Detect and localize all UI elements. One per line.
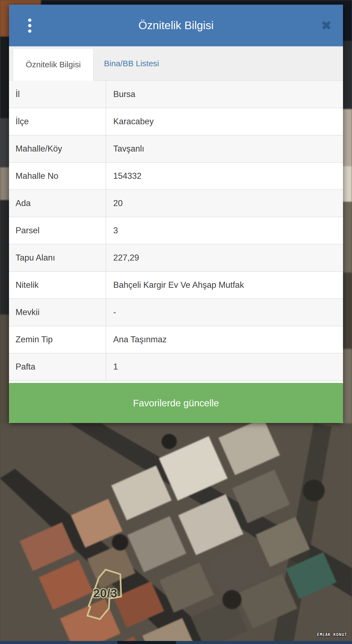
table-row: İlçe Karacabey: [9, 108, 343, 135]
table-row: Zemin Tip Ana Taşınmaz: [9, 326, 343, 353]
row-value: Karacabey: [106, 108, 343, 135]
kebab-dot: [28, 29, 31, 33]
table-row: Tapu Alanı 227,29: [9, 244, 343, 271]
row-label: Ada: [9, 190, 106, 217]
parcel-number-label: 20/3: [90, 586, 121, 600]
kebab-menu-icon[interactable]: [25, 15, 35, 36]
row-value: Bahçeli Kargir Ev Ve Ahşap Mutfak: [106, 271, 343, 299]
map-watermark: EMLAK KONUT: [317, 632, 347, 637]
row-value: Tavşanlı: [106, 135, 343, 162]
row-label: Pafta: [9, 353, 106, 380]
row-label: Zemin Tip: [9, 326, 106, 353]
row-label: Mahalle No: [9, 162, 106, 190]
row-label: İlçe: [9, 108, 106, 135]
row-value: 20: [106, 190, 343, 217]
table-row: İl Bursa: [9, 81, 343, 108]
kebab-dot: [28, 19, 31, 22]
bottom-bar-segment: [117, 641, 176, 644]
row-label: Mahalle/Köy: [9, 135, 106, 162]
dialog-title: Öznitelik Bilgisi: [138, 19, 214, 32]
dialog-header: Öznitelik Bilgisi ✖: [9, 5, 343, 46]
update-favorites-button[interactable]: Favorilerde güncelle: [9, 383, 343, 423]
table-row: Mahalle No 154332: [9, 162, 343, 190]
row-value: -: [106, 299, 343, 326]
kebab-dot: [28, 24, 31, 27]
table-row: Nitelik Bahçeli Kargir Ev Ve Ahşap Mutfa…: [9, 271, 343, 299]
row-value: 1: [106, 353, 343, 380]
row-label: Nitelik: [9, 271, 106, 299]
tab-bar: Öznitelik Bilgisi Bina/BB Listesi: [9, 46, 343, 81]
close-icon[interactable]: ✖: [321, 19, 332, 32]
bottom-bar: [0, 641, 352, 644]
row-label: Tapu Alanı: [9, 244, 106, 271]
table-row: Mahalle/Köy Tavşanlı: [9, 135, 343, 162]
table-row: Mevkii -: [9, 299, 343, 326]
row-label: İl: [9, 81, 106, 108]
tab-attribute-info[interactable]: Öznitelik Bilgisi: [13, 48, 94, 81]
row-value: 154332: [106, 162, 343, 190]
row-value: Bursa: [106, 81, 343, 108]
tab-building-list[interactable]: Bina/BB Listesi: [94, 46, 159, 80]
attribute-info-dialog: Öznitelik Bilgisi ✖ Öznitelik Bilgisi Bi…: [9, 5, 343, 423]
table-row: Pafta 1: [9, 353, 343, 380]
row-value: Ana Taşınmaz: [106, 326, 343, 353]
row-label: Parsel: [9, 217, 106, 244]
row-label: Mevkii: [9, 299, 106, 326]
attribute-table: İl Bursa İlçe Karacabey Mahalle/Köy Tavş…: [9, 81, 343, 381]
row-value: 227,29: [106, 244, 343, 271]
table-row: Ada 20: [9, 190, 343, 217]
table-row: Parsel 3: [9, 217, 343, 244]
row-value: 3: [106, 217, 343, 244]
